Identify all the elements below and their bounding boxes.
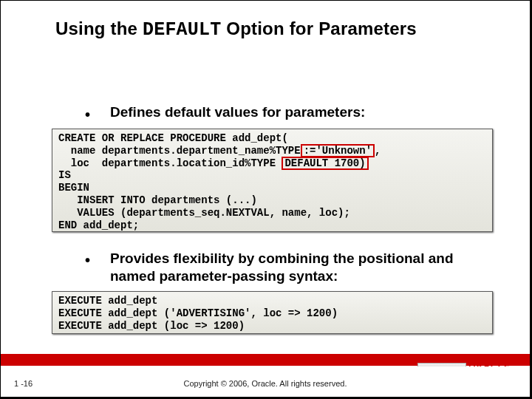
code1-l1: CREATE OR REPLACE PROCEDURE add_dept( xyxy=(58,132,288,144)
code1-l8: END add_dept; xyxy=(58,219,139,231)
code2-l1: EXECUTE add_dept xyxy=(58,295,157,307)
highlight-default-keyword: DEFAULT 1700) xyxy=(282,157,368,171)
title-suffix: Option for Parameters xyxy=(221,18,416,38)
code1-l6: INSERT INTO departments (...) xyxy=(58,194,257,206)
copyright-text: Copyright © 2006, Oracle. All rights res… xyxy=(1,379,530,388)
slide: Using the DEFAULT Option for Parameters … xyxy=(1,1,530,397)
code1-l3a: loc departments.location_id%TYPE xyxy=(58,157,282,169)
bullet-defines-text: Defines default values for parameters: xyxy=(110,104,365,120)
code1-l2a: name departments.department_name%TYPE xyxy=(58,145,301,157)
slide-title: Using the DEFAULT Option for Parameters xyxy=(55,18,480,41)
bullet-defines: Defines default values for parameters: xyxy=(82,104,466,120)
code2-l2: EXECUTE add_dept ('ADVERTISING', loc => … xyxy=(58,307,338,319)
code2-l3: EXECUTE add_dept (loc => 1200) xyxy=(58,320,245,332)
code1-l7: VALUES (departments_seq.NEXTVAL, name, l… xyxy=(58,207,350,219)
footer: 1 -16 Copyright © 2006, Oracle. All righ… xyxy=(1,366,530,397)
code-block-execute: EXECUTE add_dept EXECUTE add_dept ('ADVE… xyxy=(52,291,493,334)
code-block-create: CREATE OR REPLACE PROCEDURE add_dept( na… xyxy=(52,129,493,232)
title-prefix: Using the xyxy=(55,18,143,38)
title-mono: DEFAULT xyxy=(143,19,221,41)
bullet-provides: Provides flexibility by combining the po… xyxy=(82,250,496,285)
bullet-provides-text: Provides flexibility by combining the po… xyxy=(110,250,496,285)
code1-l4: IS xyxy=(58,169,71,181)
code1-l2b: , xyxy=(375,145,381,157)
code1-l5: BEGIN xyxy=(58,182,89,194)
